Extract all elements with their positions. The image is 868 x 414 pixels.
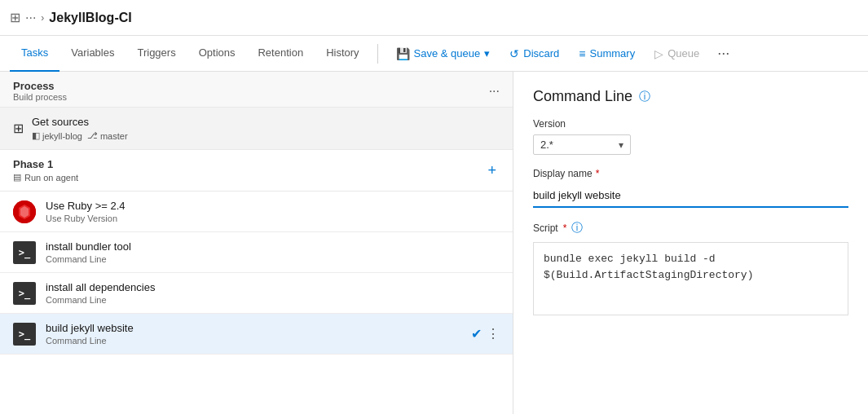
phase-subtitle-text: Run on agent [24, 173, 78, 183]
tab-tasks[interactable]: Tasks [10, 36, 59, 72]
display-name-input[interactable] [533, 184, 848, 208]
tab-variables[interactable]: Variables [59, 36, 126, 72]
bundler-task-subtitle: Command Line [46, 254, 500, 264]
main-layout: Process Build process ··· ⊞ Get sources … [0, 72, 868, 414]
version-select[interactable]: 2.* ▾ [533, 134, 631, 155]
branch-name: master [100, 131, 128, 141]
get-sources-icon: ⊞ [13, 121, 24, 136]
process-more-button[interactable]: ··· [489, 84, 500, 99]
queue-button[interactable]: ▷ Queue [646, 43, 707, 64]
dependencies-task-info: install all dependencies Command Line [46, 281, 500, 305]
tab-options[interactable]: Options [187, 36, 247, 72]
get-sources-info: Get sources ◧ jekyll-blog ⎇ master [32, 116, 500, 141]
repo-tag: ◧ jekyll-blog [32, 130, 82, 141]
summary-icon: ≡ [579, 47, 585, 60]
discard-button[interactable]: ↺ Discard [501, 43, 567, 64]
save-queue-chevron: ▾ [484, 47, 490, 59]
task-ruby[interactable]: Use Ruby >= 2.4 Use Ruby Version [0, 192, 513, 232]
build-icon: >_ [13, 323, 36, 346]
svg-marker-2 [20, 206, 29, 218]
build-task-actions: ✔ ⋮ [471, 326, 500, 341]
add-task-button[interactable]: + [484, 159, 500, 183]
dependencies-icon: >_ [13, 282, 36, 305]
ruby-task-info: Use Ruby >= 2.4 Use Ruby Version [46, 200, 500, 223]
dependencies-task-subtitle: Command Line [46, 295, 500, 305]
branch-tag: ⎇ master [87, 130, 128, 141]
summary-button[interactable]: ≡ Summary [571, 43, 643, 64]
topbar-more-button[interactable]: ··· [25, 11, 36, 25]
ruby-task-subtitle: Use Ruby Version [46, 214, 500, 223]
build-task-subtitle: Command Line [46, 336, 461, 346]
phase-header: Phase 1 ▤ Run on agent + [0, 150, 513, 192]
queue-icon: ▷ [654, 47, 663, 60]
display-name-field: Display name * [533, 168, 848, 208]
right-panel: Command Line ⓘ Version 2.* ▾ Display nam… [513, 72, 868, 414]
display-name-label: Display name * [533, 168, 848, 179]
process-section: Process Build process ··· [0, 72, 513, 108]
process-title: Process [13, 80, 67, 92]
bundler-icon: >_ [13, 241, 36, 264]
top-bar: ⊞ ··· › JekyllBlog-CI [0, 0, 868, 36]
tab-history[interactable]: History [315, 36, 370, 72]
save-queue-label: Save & queue [414, 47, 481, 59]
repo-name: jekyll-blog [42, 131, 82, 141]
version-field: Version 2.* ▾ [533, 118, 848, 155]
version-chevron-icon: ▾ [619, 139, 623, 151]
build-task-title: build jekyll website [46, 322, 461, 334]
page-title: JekyllBlog-CI [49, 11, 131, 25]
get-sources-title: Get sources [32, 116, 500, 128]
get-sources-tags: ◧ jekyll-blog ⎇ master [32, 130, 500, 141]
repo-icon: ◧ [32, 130, 40, 141]
save-icon: 💾 [396, 47, 410, 60]
bundler-task-title: install bundler tool [46, 240, 500, 253]
toolbar-actions: 💾 Save & queue ▾ ↺ Discard ≡ Summary ▷ Q… [388, 42, 737, 65]
script-required-star: * [563, 222, 567, 234]
task-bundler[interactable]: >_ install bundler tool Command Line [0, 232, 513, 273]
get-sources-item[interactable]: ⊞ Get sources ◧ jekyll-blog ⎇ master [0, 108, 513, 150]
command-line-title: Command Line [533, 88, 632, 105]
phase-info: Phase 1 ▤ Run on agent [13, 158, 78, 183]
tab-bar: Tasks Variables Triggers Options Retenti… [0, 36, 868, 72]
script-info-icon[interactable]: ⓘ [571, 221, 583, 236]
save-queue-button[interactable]: 💾 Save & queue ▾ [388, 43, 499, 64]
toolbar-more-button[interactable]: ··· [711, 42, 736, 65]
script-label: Script * ⓘ [533, 221, 848, 236]
process-subtitle: Build process [13, 92, 67, 102]
agent-icon: ▤ [13, 172, 21, 183]
phase-title: Phase 1 [13, 158, 78, 170]
right-panel-header: Command Line ⓘ [533, 88, 848, 105]
bundler-task-info: install bundler tool Command Line [46, 240, 500, 264]
build-task-info: build jekyll website Command Line [46, 322, 461, 346]
left-panel: Process Build process ··· ⊞ Get sources … [0, 72, 513, 414]
title-info-icon[interactable]: ⓘ [639, 90, 650, 104]
process-info: Process Build process [13, 80, 67, 102]
script-field: Script * ⓘ bundle exec jekyll build -d $… [533, 221, 848, 318]
ruby-icon [13, 200, 36, 223]
dependencies-task-title: install all dependencies [46, 281, 500, 293]
phase-subtitle: ▤ Run on agent [13, 172, 78, 183]
task-dependencies[interactable]: >_ install all dependencies Command Line [0, 273, 513, 314]
discard-label: Discard [523, 47, 559, 59]
tab-divider [377, 44, 378, 64]
breadcrumb-chevron: › [41, 12, 44, 24]
task-kebab-button[interactable]: ⋮ [487, 326, 500, 341]
branch-icon: ⎇ [87, 130, 98, 141]
task-check-icon: ✔ [471, 326, 482, 341]
version-value: 2.* [540, 139, 553, 151]
discard-icon: ↺ [509, 47, 519, 60]
summary-label: Summary [590, 47, 636, 59]
tab-triggers[interactable]: Triggers [126, 36, 187, 72]
version-label: Version [533, 118, 848, 130]
ruby-task-title: Use Ruby >= 2.4 [46, 200, 500, 212]
tab-retention[interactable]: Retention [246, 36, 315, 72]
required-star: * [596, 168, 600, 179]
app-icon: ⊞ [10, 10, 20, 25]
task-build[interactable]: >_ build jekyll website Command Line ✔ ⋮ [0, 314, 513, 355]
queue-label: Queue [668, 47, 699, 59]
script-textarea[interactable]: bundle exec jekyll build -d $(Build.Arti… [533, 242, 848, 315]
